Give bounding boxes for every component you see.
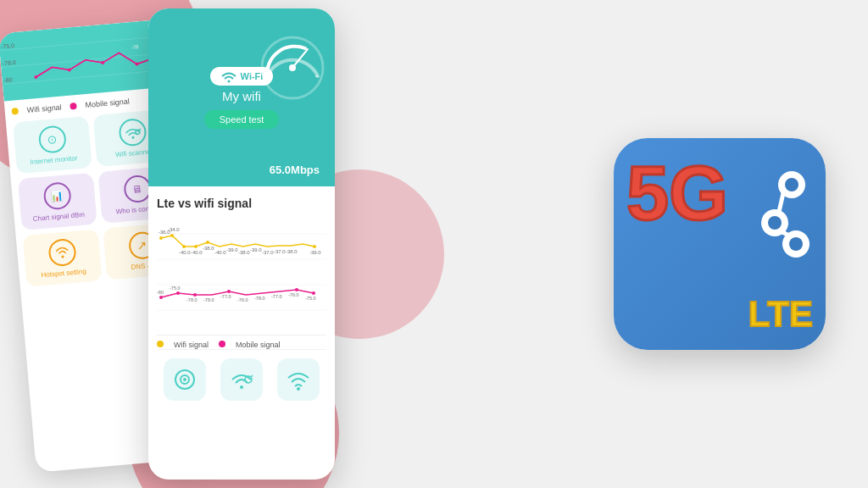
- svg-text:-78.0: -78.0: [186, 297, 198, 302]
- svg-point-49: [295, 288, 298, 291]
- svg-text:-77.0: -77.0: [220, 294, 231, 299]
- hotspot-icon: [47, 238, 77, 268]
- svg-point-46: [176, 291, 180, 295]
- chart-signal-label: Chart signal dBm: [32, 211, 85, 223]
- logo-5g-text: 5G: [626, 155, 728, 231]
- svg-point-47: [193, 293, 197, 297]
- svg-text:-76.0: -76.0: [237, 297, 248, 302]
- logo-inner: 5G LTE: [614, 138, 826, 350]
- svg-line-2: [3, 69, 171, 84]
- svg-text:-34.0: -34.0: [168, 227, 180, 232]
- svg-point-67: [297, 387, 300, 391]
- wifi-chart-legend-label: Wifi signal: [174, 341, 209, 349]
- svg-point-31: [313, 245, 316, 248]
- speed-value: 65.0Mbps: [270, 164, 320, 176]
- svg-text:-38.0: -38.0: [203, 246, 214, 251]
- wifi-scanner-label: Wifi scanner: [115, 147, 153, 158]
- svg-text:-40.0: -40.0: [214, 250, 226, 255]
- svg-point-29: [194, 245, 198, 248]
- logo-network-icon: [728, 159, 813, 264]
- internet-monitor-label: Internet monitor: [30, 154, 78, 166]
- bottom-icon-internet[interactable]: [164, 358, 206, 401]
- svg-point-48: [227, 290, 231, 293]
- svg-text:-38.0: -38.0: [286, 249, 298, 254]
- chart-signal-icon: 📊: [42, 181, 72, 211]
- svg-text:-78.0: -78.0: [254, 296, 265, 301]
- wifi-name: My wifi: [222, 89, 261, 103]
- phone-top-section: Wi-Fi My wifi Speed test 65.0Mbps: [148, 8, 335, 186]
- svg-text:-39.0: -39.0: [226, 247, 238, 252]
- svg-point-15: [61, 255, 64, 258]
- svg-point-73: [785, 178, 798, 191]
- svg-point-63: [183, 378, 186, 381]
- svg-point-45: [159, 296, 163, 299]
- svg-text:-75.0: -75.0: [1, 42, 15, 49]
- svg-text:-75.0: -75.0: [305, 296, 316, 301]
- svg-text:-80: -80: [157, 290, 164, 295]
- svg-text:-37.0: -37.0: [262, 250, 274, 255]
- phone-center: Wi-Fi My wifi Speed test 65.0Mbps Lte vs…: [148, 8, 335, 480]
- mobile-legend-label: Mobile signal: [85, 97, 130, 110]
- svg-line-71: [779, 193, 783, 212]
- wifi-legend-dot: [11, 108, 19, 115]
- svg-text:-75.0: -75.0: [170, 286, 181, 291]
- svg-text:-39.0: -39.0: [250, 247, 262, 252]
- hotspot-label: Hotspot setting: [41, 268, 86, 280]
- svg-point-75: [789, 237, 803, 251]
- chart-legend: Wifi signal Mobile signal: [157, 341, 326, 349]
- feature-chart-signal[interactable]: 📊 Chart signal dBm: [18, 173, 97, 231]
- wifi-legend-label: Wifi signal: [26, 103, 62, 115]
- svg-text:-78: -78: [131, 44, 139, 50]
- logo-lte-text: LTE: [748, 294, 813, 335]
- who-connect-icon: 🖥: [122, 175, 152, 204]
- bottom-icon-scanner[interactable]: [220, 358, 263, 401]
- bottom-icon-wifi[interactable]: [277, 358, 320, 401]
- feature-internet-monitor[interactable]: ⊙ Internet monitor: [13, 116, 92, 175]
- svg-line-72: [781, 231, 789, 236]
- svg-text:-39.0: -39.0: [309, 250, 321, 255]
- svg-text:-80: -80: [3, 76, 13, 83]
- lte-title: Lte vs wifi signal: [157, 197, 326, 210]
- svg-text:-77.0: -77.0: [271, 294, 282, 299]
- svg-point-64: [240, 385, 243, 389]
- svg-text:-78.0: -78.0: [3, 59, 17, 66]
- mobile-chart-legend-label: Mobile signal: [236, 341, 281, 349]
- wifi-chart-legend-dot: [157, 341, 164, 347]
- bottom-icons-row: [157, 349, 326, 401]
- svg-line-0: [0, 36, 169, 50]
- internet-monitor-icon: ⊙: [37, 125, 67, 154]
- svg-point-26: [159, 236, 163, 240]
- svg-text:-78.0: -78.0: [203, 297, 214, 302]
- svg-point-30: [206, 241, 209, 244]
- lte-chart: -36.0 -34.0 -40.0 -40.0 -38.0 -40.0 -39.…: [157, 217, 326, 336]
- lte-section: Lte vs wifi signal -36.0 -34.0: [148, 186, 335, 411]
- speedometer: [259, 34, 326, 102]
- svg-text:-38.0: -38.0: [238, 250, 250, 255]
- svg-text:-40.0: -40.0: [179, 250, 191, 255]
- mobile-legend-dot: [70, 103, 77, 110]
- svg-point-21: [227, 80, 230, 82]
- svg-point-50: [312, 291, 315, 295]
- svg-text:-37.0: -37.0: [274, 249, 286, 254]
- svg-text:-76.0: -76.0: [288, 292, 299, 297]
- svg-line-66: [251, 375, 253, 377]
- svg-point-18: [289, 64, 296, 71]
- wifi-scanner-icon: [118, 118, 147, 147]
- speed-test-button[interactable]: Speed test: [204, 110, 280, 129]
- svg-point-12: [131, 136, 134, 139]
- svg-point-28: [182, 245, 186, 248]
- mobile-chart-legend-dot: [219, 341, 225, 347]
- app-logo: 5G LTE: [614, 138, 826, 350]
- feature-hotspot[interactable]: Hotspot setting: [23, 229, 103, 287]
- svg-line-14: [138, 129, 140, 130]
- svg-text:-40.0: -40.0: [191, 250, 203, 255]
- svg-point-74: [768, 216, 782, 230]
- svg-point-27: [170, 234, 174, 237]
